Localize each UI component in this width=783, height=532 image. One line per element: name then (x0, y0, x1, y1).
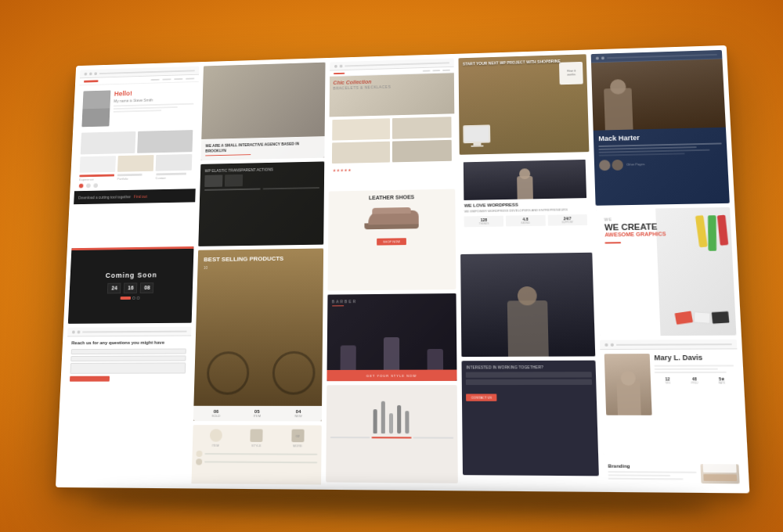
we-create-card: WE WE CREATE AWESOME GRAPHICS (596, 207, 736, 336)
wp-dark-title: WP ELASTIC TRANSPARENT ACTIONS (204, 166, 319, 173)
mack-harter-card: Mack Harter Other Pages (591, 50, 730, 206)
nav-line (82, 330, 186, 332)
wp-extra-card: INTERESTED IN WORKING TOGETHER? CONTACT … (462, 361, 599, 476)
we-love-wp-card: WE LOVE WORDPRESS WE EMPOWER WORDPRESS D… (460, 156, 592, 250)
best-selling-card: BEST SELLING PRODUCTS 10 06 SOLD 05 ITEM (193, 249, 323, 422)
jewelry-shop-card: Chic Collection BRACELETS & NECKLACES ★★… (328, 59, 455, 188)
nav-dot (339, 64, 342, 67)
agency-photo-card: WE ARE A SMALL INTERACTIVE AGENCY BASED … (200, 63, 325, 161)
we-create-subtitle: AWESOME GRAPHICS (604, 230, 723, 239)
personal-portfolio-card: Hello! My name is Steve Smith (72, 66, 200, 245)
mack-name: Mack Harter (598, 132, 721, 143)
agency-title: WE ARE A SMALL INTERACTIVE AGENCY BASED … (205, 141, 319, 154)
col-2: WE ARE A SMALL INTERACTIVE AGENCY BASED … (191, 63, 325, 485)
numbered-items-card: ITEM STYLE 02 MORE (191, 425, 321, 484)
nav-dot (611, 343, 614, 346)
nav-dot (85, 72, 88, 75)
wp-start-title: START YOUR NEXT WP PROJECT WITH SHOPBRIN… (463, 58, 583, 66)
nav-dot (72, 330, 75, 333)
nav-dot (78, 330, 81, 333)
nav-line (616, 343, 731, 346)
wp-dark-card: WP ELASTIC TRANSPARENT ACTIONS (198, 161, 324, 246)
barber-portrait-card (460, 253, 595, 357)
start-wp-card: How itworks START YOUR NEXT WP PROJECT W… (459, 54, 590, 155)
hello-title: Hello! (114, 88, 194, 97)
nav-dot (94, 72, 97, 75)
best-selling-title: BEST SELLING PRODUCTS (204, 254, 317, 263)
nav-line (99, 70, 195, 74)
portfolio-subtitle: My name is Steve Smith (114, 96, 193, 102)
col-5: Mack Harter Other Pages (591, 50, 745, 488)
we-love-wp-subtitle: WE EMPOWER WORDPRESS DEVELOPERS AND ENTR… (464, 207, 587, 214)
coming-soon-card: Coming Soon 24 16 08 (68, 246, 194, 324)
mary-davis-card: Mary L. Davis 12 YRS (600, 340, 742, 456)
barber-tools-card (326, 385, 459, 483)
we-love-wp-title: WE LOVE WORDPRESS (464, 201, 587, 208)
nav-line (345, 62, 449, 66)
nav-dot (605, 343, 608, 346)
branding-card: Branding (604, 459, 745, 488)
branding-title: Branding (608, 463, 696, 469)
col-1: Hello! My name is Steve Smith (60, 66, 199, 483)
barber-dark-card: BARBER GET YOUR STYLE NOW (327, 293, 457, 381)
mockup-grid: Hello! My name is Steve Smith (56, 45, 749, 494)
col-4: How itworks START YOUR NEXT WP PROJECT W… (459, 54, 600, 487)
contact-title: Reach us for any questions you might hav… (71, 340, 186, 347)
mary-name: Mary L. Davis (654, 354, 734, 363)
contact-card: Reach us for any questions you might hav… (63, 327, 191, 421)
nav-dot (89, 72, 92, 75)
leather-shoes-card: LEATHER SHOES SHOP NOW (327, 189, 456, 291)
showcase-container: Hello! My name is Steve Smith (56, 45, 749, 494)
coming-soon-title: Coming Soon (105, 271, 157, 279)
col-3: Chic Collection BRACELETS & NECKLACES ★★… (326, 59, 459, 486)
nav-dot (334, 64, 337, 67)
shoes-title: LEATHER SHOES (333, 193, 451, 201)
we-create-title: WE CREATE (604, 221, 723, 232)
